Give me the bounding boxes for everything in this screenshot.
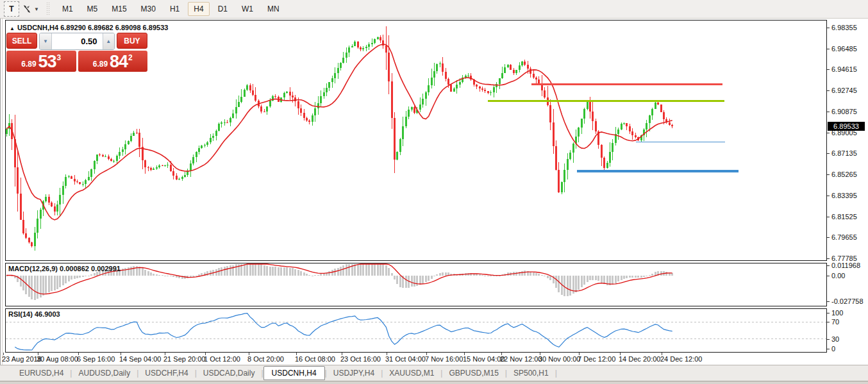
axis-tick — [827, 49, 830, 49]
axis-tick — [827, 174, 830, 175]
axis-tick — [827, 258, 830, 259]
timeframe-button-mn[interactable]: MN — [262, 2, 285, 16]
rsi-axis-label: 100 — [831, 309, 843, 317]
axis-tick — [827, 153, 830, 154]
chevron-down-icon[interactable]: ▼ — [34, 6, 39, 12]
buy-price-pip: 2 — [128, 53, 133, 62]
time-axis-label: 1 Oct 12:00 — [204, 355, 240, 363]
timeframe-button-m1[interactable]: M1 — [56, 2, 79, 16]
macd-axis-label: 0.00 — [831, 272, 845, 280]
status-strip — [0, 381, 868, 384]
volume-stepper: ▼ 0.50 ▲ — [39, 33, 115, 50]
time-axis-label: 22 Nov 12:00 — [500, 355, 542, 363]
chart-tab-usdjpy[interactable]: USDJPY,H4 — [327, 367, 381, 380]
axis-tick — [827, 349, 830, 349]
rsi-axis-label: 70 — [831, 318, 839, 326]
window-edge-inner — [2, 19, 3, 365]
axis-tick — [827, 196, 830, 196]
buy-price-main: 84 — [110, 53, 128, 71]
timeframe-button-d1[interactable]: D1 — [212, 2, 233, 16]
axis-tick — [827, 339, 830, 340]
sell-price-main: 53 — [38, 53, 56, 71]
chart-tab-eurusd[interactable]: EURUSD,H4 — [13, 367, 70, 380]
macd-chart[interactable] — [6, 263, 826, 306]
price-axis-label: 6.96485 — [831, 45, 857, 53]
chart-tab-bar: EURUSD,H4|AUDUSD,Daily|USDCHF,H4|USDCAD,… — [0, 365, 868, 381]
axis-tick — [827, 112, 830, 112]
chart-title: ▲USDCNH,H4 6.89290 6.89682 6.89098 6.895… — [10, 24, 168, 31]
price-axis-label: 6.83395 — [831, 192, 857, 200]
arrows-icon — [22, 4, 32, 13]
sell-price-prefix: 6.89 — [21, 58, 36, 71]
volume-decrease-button[interactable]: ▼ — [40, 33, 51, 49]
axis-tick — [827, 133, 830, 133]
axis-tick — [827, 237, 830, 238]
current-price-tag: 6.89533 — [828, 122, 865, 131]
price-axis-label: 6.85265 — [831, 171, 857, 179]
time-axis-label: 15 Nov 04:00 — [463, 355, 505, 363]
time-axis-label: 14 Dec 20:00 — [619, 355, 660, 363]
chart-tab-xauusd[interactable]: XAUUSD,M1 — [383, 367, 440, 380]
timeframe-button-m5[interactable]: M5 — [81, 2, 104, 16]
buy-price-quote[interactable]: 6.89 84 2 — [78, 51, 148, 72]
time-axis-label: 16 Oct 08:00 — [295, 355, 335, 363]
price-axis-label: 6.98355 — [831, 24, 857, 32]
rsi-chart[interactable] — [6, 309, 826, 352]
chart-tab-usdcad[interactable]: USDCAD,Daily — [197, 367, 262, 380]
axis-tick — [827, 90, 830, 91]
chart-tab-gbpusd[interactable]: GBPUSD,M15 — [442, 367, 505, 380]
time-axis-label: 24 Dec 12:00 — [660, 355, 702, 363]
axis-tick — [827, 28, 830, 28]
rsi-axis-label: 30 — [831, 335, 839, 344]
one-click-trade-panel: SELL ▼ 0.50 ▲ BUY 6.89 53 3 6.89 84 2 — [6, 33, 147, 72]
window-edge — [0, 19, 1, 365]
timeframe-button-m30[interactable]: M30 — [135, 2, 162, 16]
toolbar-grip — [47, 3, 50, 15]
timeframe-button-h4[interactable]: H4 — [188, 2, 209, 16]
time-axis-label: 23 Oct 16:00 — [340, 355, 381, 363]
sell-price-quote[interactable]: 6.89 53 3 — [6, 51, 76, 72]
timeframe-button-h1[interactable]: H1 — [164, 2, 185, 16]
time-axis-label: 23 Aug 2018 — [2, 355, 42, 363]
axis-tick — [827, 322, 830, 322]
price-axis-label: 6.87135 — [831, 149, 857, 158]
arrows-tool-button[interactable]: ▼ — [22, 2, 39, 16]
price-axis-label: 6.81525 — [831, 213, 857, 221]
triangle-icon: ▲ — [10, 26, 15, 31]
axis-tick — [827, 301, 830, 302]
sell-button[interactable]: SELL — [6, 33, 37, 49]
axis-tick — [827, 217, 830, 217]
rsi-pane[interactable]: RSI(14) 46.9003 — [5, 308, 827, 353]
macd-axis-label: 0.011968 — [831, 262, 860, 270]
time-axis-label: 31 Oct 04:00 — [385, 355, 426, 363]
price-axis-label: 6.90875 — [831, 108, 857, 116]
axis-tick — [827, 265, 830, 266]
time-axis-label: 6 Sep 16:00 — [77, 355, 115, 363]
time-axis-label: 7 Nov 16:00 — [425, 355, 463, 363]
chart-tab-audusd[interactable]: AUDUSD,Daily — [72, 367, 137, 380]
timeframe-button-w1[interactable]: W1 — [236, 2, 259, 16]
chart-tab-sp500[interactable]: SP500,H1 — [507, 367, 555, 380]
macd-label: MACD(12,26,9) 0.000862 0.002991 — [8, 265, 121, 272]
volume-increase-button[interactable]: ▲ — [103, 33, 114, 49]
chart-window: ▲USDCNH,H4 6.89290 6.89682 6.89098 6.895… — [0, 19, 868, 365]
macd-pane[interactable]: MACD(12,26,9) 0.000862 0.002991 — [5, 263, 827, 306]
buy-price-prefix: 6.89 — [93, 58, 108, 71]
price-axis-label: 6.92745 — [831, 87, 857, 95]
timeframe-group: M1M5M15M30H1H4D1W1MN — [55, 2, 287, 16]
tab-divider: | — [555, 369, 557, 378]
text-tool-button[interactable]: T — [4, 1, 19, 17]
macd-axis-label: -0.027758 — [831, 297, 864, 306]
chart-tab-usdchf[interactable]: USDCHF,H4 — [138, 367, 194, 380]
volume-input[interactable]: 0.50 — [52, 33, 103, 49]
buy-button[interactable]: BUY — [117, 33, 147, 49]
timeframe-button-m15[interactable]: M15 — [106, 2, 132, 16]
chart-tab-usdcnh[interactable]: USDCNH,H4 — [263, 366, 325, 380]
price-axis-label: 6.94615 — [831, 65, 857, 74]
rsi-axis-label: 0 — [831, 345, 835, 353]
time-axis-label: 30 Nov 00:00 — [538, 355, 580, 363]
time-axis-label: 14 Sep 04:00 — [119, 355, 161, 363]
axis-tick — [827, 276, 830, 276]
mt4-window: T ▼ M1M5M15M30H1H4D1W1MN ▲USDCNH,H4 6.89… — [0, 0, 868, 384]
price-axis-label: 6.79655 — [831, 233, 857, 242]
